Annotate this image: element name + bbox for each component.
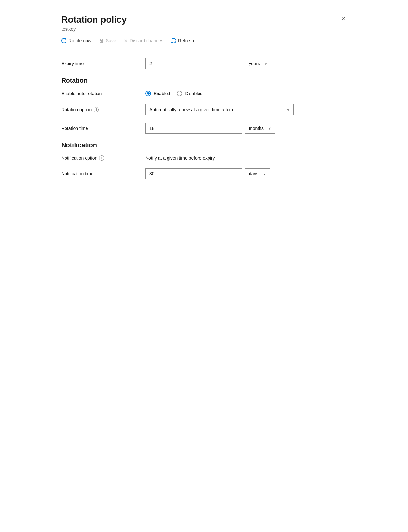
- panel-subtitle: testkey: [61, 26, 347, 32]
- enabled-label: Enabled: [154, 91, 170, 96]
- rotation-section-title: Rotation: [61, 77, 347, 84]
- panel-header: Rotation policy ×: [61, 14, 347, 25]
- rotation-option-value: Automatically renew at a given time afte…: [149, 107, 238, 112]
- refresh-label: Refresh: [178, 38, 194, 43]
- toolbar: Rotate now 🖫 Save ✕ Discard changes Refr…: [61, 37, 347, 49]
- expiry-time-label: Expiry time: [61, 61, 145, 66]
- rotation-time-label: Rotation time: [61, 126, 145, 131]
- rotation-option-info-icon[interactable]: i: [94, 107, 99, 112]
- auto-rotation-controls: Enabled Disabled: [145, 91, 347, 96]
- notification-time-controls: days ∨: [145, 168, 347, 179]
- notification-option-controls: Notify at a given time before expiry: [145, 155, 347, 161]
- rotation-time-row: Rotation time months ∨: [61, 123, 347, 134]
- expiry-time-input[interactable]: [145, 58, 242, 69]
- save-label: Save: [106, 38, 116, 43]
- disabled-radio[interactable]: [177, 91, 182, 96]
- notification-time-unit-chevron: ∨: [263, 172, 266, 176]
- disabled-label: Disabled: [185, 91, 202, 96]
- rotation-option-label: Rotation option i: [61, 107, 145, 112]
- rotation-option-controls: Automatically renew at a given time afte…: [145, 104, 347, 115]
- discard-label: Discard changes: [130, 38, 163, 43]
- rotation-time-unit-value: months: [249, 126, 264, 131]
- save-button[interactable]: 🖫 Save: [99, 37, 116, 45]
- notification-option-label: Notification option i: [61, 155, 145, 161]
- discard-icon: ✕: [124, 38, 128, 43]
- disabled-radio-label[interactable]: Disabled: [177, 91, 202, 96]
- notification-option-row: Notification option i Notify at a given …: [61, 155, 347, 161]
- notification-time-input[interactable]: [145, 168, 242, 179]
- notification-time-unit-value: days: [249, 171, 259, 176]
- enabled-radio[interactable]: [145, 91, 151, 96]
- auto-rotation-label: Enable auto rotation: [61, 91, 145, 96]
- refresh-icon: [171, 38, 176, 43]
- expiry-unit-value: years: [249, 61, 260, 66]
- rotate-now-label: Rotate now: [68, 38, 91, 43]
- notification-option-info-icon[interactable]: i: [99, 155, 104, 161]
- rotation-policy-panel: Rotation policy × testkey Rotate now 🖫 S…: [52, 6, 356, 195]
- rotation-option-row: Rotation option i Automatically renew at…: [61, 104, 347, 115]
- rotation-time-unit-select[interactable]: months ∨: [245, 123, 275, 134]
- notification-time-unit-select[interactable]: days ∨: [245, 168, 270, 179]
- expiry-time-row: Expiry time years ∨: [61, 58, 347, 69]
- notification-option-value: Notify at a given time before expiry: [145, 155, 215, 161]
- close-button[interactable]: ×: [340, 14, 347, 23]
- rotate-now-button[interactable]: Rotate now: [61, 37, 91, 44]
- save-icon: 🖫: [99, 38, 104, 44]
- enabled-radio-label[interactable]: Enabled: [145, 91, 170, 96]
- rotation-option-select[interactable]: Automatically renew at a given time afte…: [145, 104, 294, 115]
- discard-changes-button[interactable]: ✕ Discard changes: [124, 37, 163, 44]
- auto-rotation-row: Enable auto rotation Enabled Disabled: [61, 91, 347, 96]
- expiry-unit-chevron: ∨: [264, 61, 267, 66]
- expiry-time-controls: years ∨: [145, 58, 347, 69]
- rotation-time-input[interactable]: [145, 123, 242, 134]
- notification-time-row: Notification time days ∨: [61, 168, 347, 179]
- rotate-now-icon: [61, 38, 66, 43]
- panel-title: Rotation policy: [61, 14, 127, 25]
- refresh-button[interactable]: Refresh: [171, 37, 194, 44]
- rotation-time-unit-chevron: ∨: [268, 126, 271, 131]
- rotation-time-controls: months ∨: [145, 123, 347, 134]
- notification-time-label: Notification time: [61, 171, 145, 176]
- notification-section-title: Notification: [61, 142, 347, 149]
- rotation-option-chevron: ∨: [287, 107, 290, 112]
- expiry-unit-select[interactable]: years ∨: [245, 58, 271, 69]
- auto-rotation-radio-group: Enabled Disabled: [145, 91, 203, 96]
